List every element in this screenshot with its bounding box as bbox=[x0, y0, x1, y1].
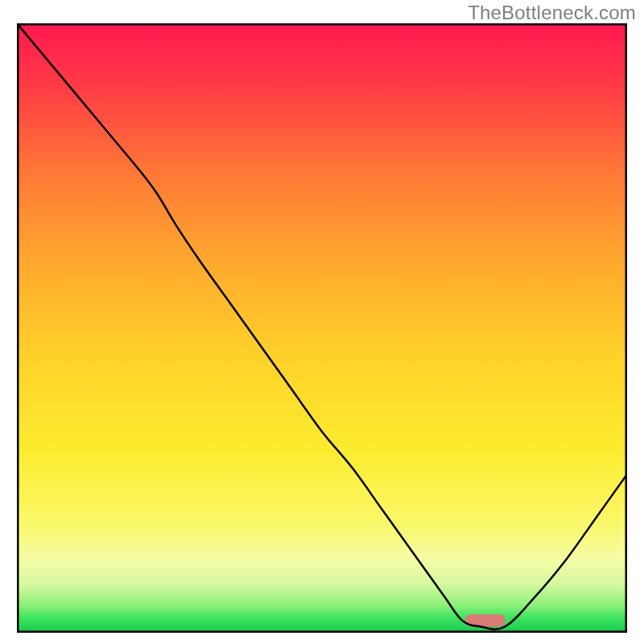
svg-rect-0 bbox=[17, 23, 627, 633]
chart-container: TheBottleneck.com bbox=[0, 0, 644, 644]
plot-area bbox=[17, 23, 627, 633]
gradient-background bbox=[17, 23, 627, 633]
watermark-text: TheBottleneck.com bbox=[468, 2, 636, 24]
